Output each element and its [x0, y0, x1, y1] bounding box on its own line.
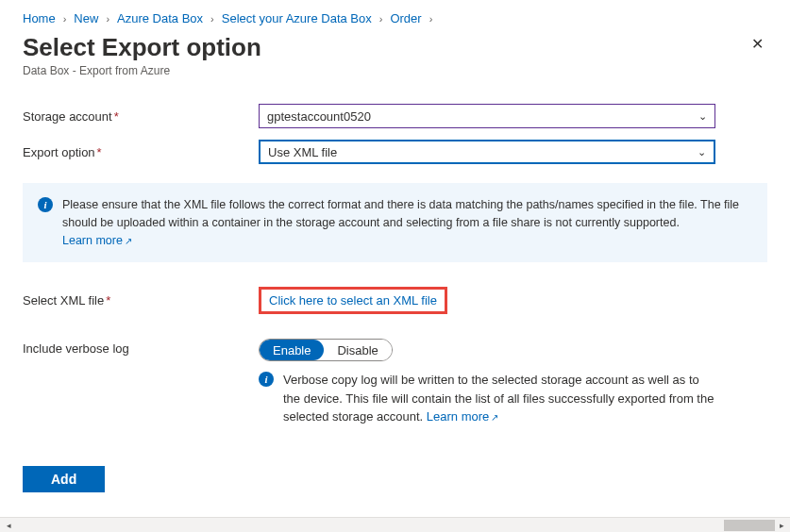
- xml-format-info-box: i Please ensure that the XML file follow…: [23, 183, 767, 262]
- verbose-log-info-text: Verbose copy log will be written to the …: [283, 373, 714, 424]
- breadcrumb-order[interactable]: Order: [390, 11, 421, 25]
- breadcrumb-select-your-data-box[interactable]: Select your Azure Data Box: [222, 11, 372, 25]
- export-option-label: Export option: [23, 145, 95, 159]
- breadcrumb-azure-data-box[interactable]: Azure Data Box: [117, 11, 203, 25]
- scrollbar-thumb[interactable]: [724, 520, 775, 531]
- required-indicator: *: [97, 145, 102, 159]
- required-indicator: *: [106, 293, 110, 308]
- include-verbose-log-label: Include verbose log: [23, 341, 129, 356]
- chevron-right-icon: ›: [210, 13, 214, 25]
- storage-account-value: gptestaccount0520: [267, 109, 371, 124]
- breadcrumb-home[interactable]: Home: [23, 11, 56, 25]
- external-link-icon: ↗: [125, 236, 132, 246]
- export-option-value: Use XML file: [268, 145, 337, 159]
- page-title: Select Export option: [23, 33, 261, 62]
- horizontal-scrollbar[interactable]: ◂ ▸: [0, 517, 790, 532]
- export-option-dropdown[interactable]: Use XML file ⌄: [259, 140, 715, 164]
- breadcrumb: Home › New › Azure Data Box › Select you…: [23, 11, 767, 25]
- chevron-down-icon: ⌄: [698, 110, 707, 123]
- external-link-icon: ↗: [491, 412, 498, 423]
- scroll-right-arrow-icon[interactable]: ▸: [775, 521, 788, 530]
- chevron-right-icon: ›: [106, 13, 109, 25]
- page-subtitle: Data Box - Export from Azure: [23, 64, 261, 77]
- close-icon: ✕: [751, 36, 764, 52]
- xml-format-learn-more-link[interactable]: Learn more↗: [62, 234, 132, 247]
- close-button[interactable]: ✕: [748, 33, 767, 56]
- scrollbar-track[interactable]: [15, 520, 775, 531]
- select-xml-highlight: Click here to select an XML file: [259, 287, 447, 314]
- select-xml-file-link[interactable]: Click here to select an XML file: [269, 293, 437, 308]
- add-button[interactable]: Add: [23, 466, 105, 492]
- verbose-enable-button[interactable]: Enable: [260, 340, 324, 360]
- scroll-left-arrow-icon[interactable]: ◂: [2, 521, 15, 530]
- info-icon: i: [259, 372, 274, 387]
- chevron-right-icon: ›: [379, 13, 383, 25]
- chevron-down-icon: ⌄: [698, 146, 706, 158]
- verbose-log-toggle[interactable]: Enable Disable: [259, 339, 393, 361]
- storage-account-dropdown[interactable]: gptestaccount0520 ⌄: [259, 104, 715, 128]
- breadcrumb-new[interactable]: New: [74, 11, 98, 25]
- verbose-disable-button[interactable]: Disable: [324, 340, 391, 360]
- xml-format-info-text: Please ensure that the XML file follows …: [62, 198, 739, 229]
- chevron-right-icon: ›: [429, 13, 433, 25]
- storage-account-label: Storage account: [23, 109, 112, 124]
- select-xml-file-label: Select XML file: [23, 293, 104, 308]
- required-indicator: *: [114, 109, 119, 124]
- chevron-right-icon: ›: [63, 13, 67, 25]
- info-icon: i: [38, 197, 53, 212]
- verbose-log-learn-more-link[interactable]: Learn more↗: [427, 409, 498, 424]
